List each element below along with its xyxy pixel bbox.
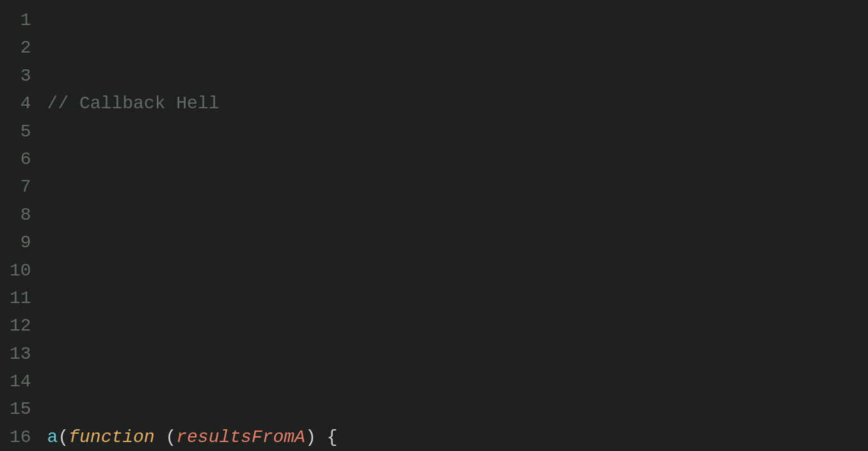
line-num-1: 1 xyxy=(10,6,31,34)
fn-a: a xyxy=(47,427,58,447)
code-line-2 xyxy=(47,201,862,229)
line-num-13: 13 xyxy=(10,340,31,368)
code-line-3 xyxy=(47,312,862,340)
line-num-16: 16 xyxy=(10,423,31,451)
code-lines: // Callback Hell a(function (resultsFrom… xyxy=(41,6,868,445)
line-num-12: 12 xyxy=(10,312,31,340)
line-num-2: 2 xyxy=(10,34,31,62)
line-numbers: 1 2 3 4 5 6 7 8 9 10 11 12 13 14 15 16 1… xyxy=(0,6,41,445)
line-num-8: 8 xyxy=(10,201,31,229)
keyword-function-1: function xyxy=(68,427,154,447)
line-num-11: 11 xyxy=(10,284,31,312)
param-resultsFromA: resultsFromA xyxy=(176,427,305,447)
line-num-7: 7 xyxy=(10,173,31,201)
line-num-14: 14 xyxy=(10,368,31,395)
line-num-9: 9 xyxy=(10,229,31,256)
line-num-3: 3 xyxy=(10,62,31,90)
code-editor: 1 2 3 4 5 6 7 8 9 10 11 12 13 14 15 16 1… xyxy=(0,0,868,451)
line-num-10: 10 xyxy=(10,257,31,284)
line-num-4: 4 xyxy=(10,90,31,117)
code-line-4: a(function (resultsFromA) { xyxy=(47,423,862,451)
line-num-5: 5 xyxy=(10,118,31,145)
comment-text: // Callback Hell xyxy=(47,94,220,113)
code-line-1: // Callback Hell xyxy=(47,90,862,117)
line-num-6: 6 xyxy=(10,145,31,173)
line-num-15: 15 xyxy=(10,395,31,423)
